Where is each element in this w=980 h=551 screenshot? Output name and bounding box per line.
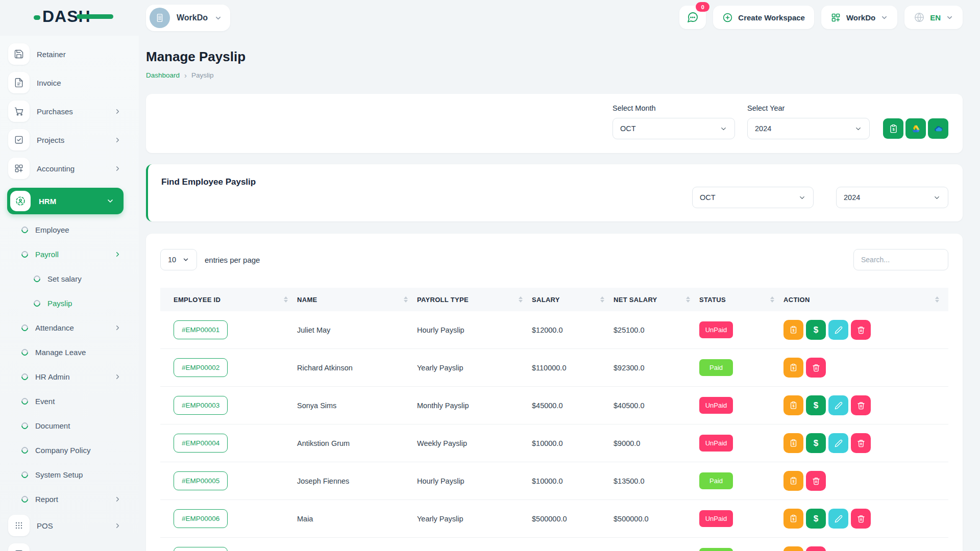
sidebar-subitem[interactable]: Employee bbox=[0, 217, 139, 242]
app-menu-button[interactable]: WorkDo bbox=[821, 6, 897, 29]
sidebar-item-projects[interactable]: Projects bbox=[0, 126, 139, 154]
sidebar: Retainer Invoice Purchases Projects Acco… bbox=[0, 36, 139, 551]
sidebar-subitem[interactable]: Document bbox=[0, 413, 139, 438]
column-header-payroll-type[interactable]: PAYROLL TYPE bbox=[417, 296, 532, 304]
topbar-actions: 0 Create Workspace WorkDo EN bbox=[679, 6, 963, 29]
sidebar-subitem[interactable]: Attendance bbox=[0, 315, 139, 340]
chevron-down-icon bbox=[182, 256, 189, 263]
pay-button[interactable]: $ bbox=[806, 509, 826, 529]
net-salary-value: $25100.0 bbox=[614, 326, 699, 334]
chevron-down-icon bbox=[720, 125, 727, 133]
year-select[interactable]: 2024 bbox=[747, 118, 870, 139]
employee-name: Juliet May bbox=[297, 326, 417, 334]
bullet-icon bbox=[20, 323, 29, 332]
payroll-type: Hourly Payslip bbox=[417, 326, 532, 334]
sidebar-item-pos[interactable]: POS bbox=[0, 511, 139, 540]
delete-button[interactable] bbox=[806, 546, 826, 551]
sidebar-subitem[interactable]: Set salary bbox=[0, 266, 139, 291]
sidebar-subitem[interactable]: Payroll bbox=[0, 242, 139, 266]
create-workspace-button[interactable]: Create Workspace bbox=[713, 6, 814, 29]
column-header-name[interactable]: NAME bbox=[297, 296, 417, 304]
svg-text:$: $ bbox=[793, 366, 795, 370]
payslip-button[interactable]: $ bbox=[783, 358, 803, 378]
find-payslip-title: Find Employee Payslip bbox=[161, 177, 256, 187]
employee-id-button[interactable]: #EMP00006 bbox=[174, 509, 228, 528]
payslip-button[interactable]: $ bbox=[783, 395, 803, 415]
find-year-select[interactable]: 2024 bbox=[836, 187, 948, 208]
employee-id-button[interactable]: #EMP00004 bbox=[174, 434, 228, 453]
dollar-icon: $ bbox=[814, 325, 818, 334]
sidebar-item-purchases[interactable]: Purchases bbox=[0, 97, 139, 126]
find-year-value: 2024 bbox=[844, 193, 860, 202]
payslip-button[interactable]: $ bbox=[783, 546, 803, 551]
column-header-employee-id[interactable]: EMPLOYEE ID bbox=[160, 296, 297, 304]
delete-button[interactable] bbox=[851, 320, 871, 340]
month-select[interactable]: OCT bbox=[612, 118, 735, 139]
find-month-select[interactable]: OCT bbox=[692, 187, 814, 208]
language-selector[interactable]: EN bbox=[904, 6, 963, 29]
column-header-status[interactable]: STATUS bbox=[699, 296, 783, 304]
grid-plus-icon bbox=[8, 158, 30, 179]
column-header-net-salary[interactable]: NET SALARY bbox=[614, 296, 699, 304]
onedrive-button[interactable] bbox=[928, 118, 948, 139]
main-content: Manage Payslip Dashboard › Payslip Selec… bbox=[146, 36, 963, 551]
breadcrumb-separator: › bbox=[184, 71, 187, 80]
sidebar-subitem[interactable]: HR Admin bbox=[0, 364, 139, 389]
app-logo[interactable]: DASH bbox=[34, 8, 91, 24]
delete-button[interactable] bbox=[851, 395, 871, 415]
status-badge: UnPaid bbox=[699, 321, 733, 338]
payslip-button[interactable]: $ bbox=[783, 509, 803, 529]
pay-button[interactable]: $ bbox=[806, 320, 826, 340]
sidebar-subitem[interactable]: Manage Leave bbox=[0, 340, 139, 364]
bullet-icon bbox=[20, 494, 29, 504]
breadcrumb-dashboard-link[interactable]: Dashboard bbox=[146, 71, 180, 79]
sidebar-item-invoice[interactable]: Invoice bbox=[0, 68, 139, 97]
sidebar-subitem[interactable]: Event bbox=[0, 389, 139, 413]
trash-icon bbox=[857, 515, 865, 523]
entries-per-page-label: entries per page bbox=[205, 256, 260, 264]
entries-per-page-select[interactable]: 10 bbox=[160, 249, 197, 270]
payslip-button[interactable]: $ bbox=[783, 433, 803, 453]
sidebar-item-retainer[interactable]: Retainer bbox=[0, 40, 139, 68]
pay-button[interactable]: $ bbox=[806, 433, 826, 453]
net-salary-value: $9000.0 bbox=[614, 439, 699, 447]
edit-button[interactable] bbox=[828, 320, 848, 340]
sort-icon bbox=[686, 296, 690, 303]
sort-icon bbox=[404, 296, 408, 303]
search-input[interactable] bbox=[853, 249, 948, 270]
employee-id-button[interactable]: #EMP00001 bbox=[174, 320, 228, 339]
edit-button[interactable] bbox=[828, 433, 848, 453]
table-row: #EMP00007 Kirsten Benson Monthly Payslip… bbox=[160, 538, 948, 551]
delete-button[interactable] bbox=[806, 358, 826, 378]
sidebar-subitem[interactable]: System Setup bbox=[0, 462, 139, 487]
edit-button[interactable] bbox=[828, 395, 848, 415]
employee-id-button[interactable]: #EMP00002 bbox=[174, 358, 228, 377]
sidebar-subitem[interactable]: Company Policy bbox=[0, 438, 139, 462]
sidebar-item-accounting[interactable]: Accounting bbox=[0, 154, 139, 183]
sidebar-subitem[interactable]: Payslip bbox=[0, 291, 139, 315]
sidebar-item-label: Accounting bbox=[37, 164, 75, 173]
messages-button[interactable]: 0 bbox=[679, 6, 706, 29]
payslip-button[interactable]: $ bbox=[783, 320, 803, 340]
payroll-type: Yearly Payslip bbox=[417, 364, 532, 372]
column-header-action[interactable]: ACTION bbox=[783, 296, 948, 304]
column-header-salary[interactable]: SALARY bbox=[532, 296, 614, 304]
employee-id-button[interactable]: #EMP00005 bbox=[174, 471, 228, 490]
payslip-button[interactable]: $ bbox=[783, 471, 803, 491]
sidebar-subitem[interactable]: Report bbox=[0, 487, 139, 511]
workspace-selector[interactable]: WorkDo bbox=[146, 5, 230, 31]
delete-button[interactable] bbox=[851, 509, 871, 529]
employee-id-button[interactable]: #EMP00007 bbox=[174, 547, 228, 551]
google-drive-button[interactable] bbox=[905, 118, 926, 139]
svg-text:$: $ bbox=[793, 442, 795, 446]
sidebar-item-crm[interactable]: CRM bbox=[0, 540, 139, 551]
invoice-file-icon bbox=[8, 72, 30, 93]
generate-payslip-button[interactable]: $ bbox=[883, 118, 903, 139]
select-year-group: Select Year 2024 bbox=[747, 104, 870, 139]
pay-button[interactable]: $ bbox=[806, 395, 826, 415]
delete-button[interactable] bbox=[806, 471, 826, 491]
delete-button[interactable] bbox=[851, 433, 871, 453]
sidebar-item-hrm[interactable]: HRM bbox=[7, 188, 124, 214]
employee-id-button[interactable]: #EMP00003 bbox=[174, 396, 228, 415]
edit-button[interactable] bbox=[828, 509, 848, 529]
